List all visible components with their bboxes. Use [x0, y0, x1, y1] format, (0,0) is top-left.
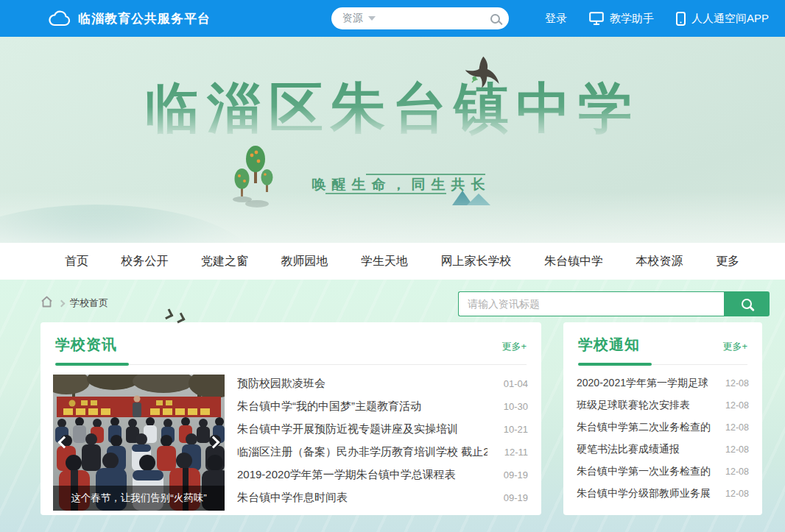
- breadcrumb: 学校首页: [41, 296, 108, 311]
- login-link[interactable]: 登录: [545, 12, 567, 26]
- notice-date: 12-08: [725, 400, 749, 411]
- home-icon[interactable]: [41, 296, 53, 311]
- notice-title[interactable]: 朱台镇中学第二次业务检查的: [577, 421, 711, 434]
- news-row[interactable]: 朱台镇中学作息时间表 09-19: [237, 486, 528, 509]
- article-search-bar: [458, 291, 770, 316]
- search-category-select[interactable]: 资源: [342, 12, 363, 25]
- notice-row[interactable]: 朱台镇中学分级部教师业务展 12-08: [577, 483, 749, 505]
- nav-item-teachers[interactable]: 教师园地: [281, 254, 328, 269]
- main-nav: 首页 校务公开 党建之窗 教师园地 学生天地 网上家长学校 朱台镇中学 本校资源…: [0, 243, 785, 280]
- news-row[interactable]: 预防校园欺凌班会 01-04: [237, 372, 528, 395]
- breadcrumb-current[interactable]: 学校首页: [70, 297, 108, 310]
- news-title[interactable]: 朱台镇中学作息时间表: [237, 491, 348, 505]
- news-date: 10-21: [504, 424, 528, 435]
- news-date: 09-19: [504, 492, 528, 503]
- header-links: 登录 教学助手 人人通空间APP: [545, 0, 769, 37]
- section-rule: [578, 364, 747, 365]
- search-icon: [742, 299, 752, 309]
- news-title[interactable]: 朱台镇中学开展预防近视专题讲座及实操培训: [237, 422, 458, 436]
- chevron-down-icon[interactable]: [368, 16, 376, 21]
- nav-item-school-affairs[interactable]: 校务公开: [122, 254, 169, 269]
- news-row[interactable]: 朱台镇中学开展预防近视专题讲座及实操培训 10-21: [237, 418, 528, 441]
- platform-logo[interactable]: 临淄教育公共服务平台: [49, 10, 211, 27]
- article-search-button[interactable]: [724, 291, 770, 316]
- top-header: 临淄教育公共服务平台 资源 登录 教学助手: [0, 0, 785, 37]
- school-news-body: 这个春节，让我们告别“火药味” 预防校园欺凌班会 01-04 朱台镇中学“我的中…: [41, 365, 541, 511]
- school-notices-more-link[interactable]: 更多+: [722, 340, 747, 353]
- breadcrumb-chevron-icon: [58, 299, 66, 307]
- news-title[interactable]: 朱台镇中学“我的中国梦”主题教育活动: [237, 400, 421, 414]
- notice-row[interactable]: 2020-2021学年第一学期足球 12-08: [577, 372, 749, 394]
- news-row[interactable]: 临淄区注册（备案）民办非学历教育培训学校 截止2019 12-11: [237, 441, 528, 464]
- renrentong-app-link[interactable]: 人人通空间APP: [676, 12, 769, 26]
- cloud-icon: [49, 10, 71, 26]
- notice-title[interactable]: 2020-2021学年第一学期足球: [577, 377, 708, 390]
- news-carousel[interactable]: 这个春节，让我们告别“火药味”: [53, 375, 225, 511]
- swallow-icon: [461, 53, 504, 99]
- notice-list: 2020-2021学年第一学期足球 12-08 班级足球联赛轮次安排表 12-0…: [563, 365, 762, 505]
- notice-row[interactable]: 班级足球联赛轮次安排表 12-08: [577, 394, 749, 416]
- nav-item-school-resources[interactable]: 本校资源: [636, 254, 683, 269]
- school-banner: 临淄区朱台镇中学 唤醒生命，同生共长: [0, 37, 785, 243]
- notice-title[interactable]: 朱台镇中学分级部教师业务展: [577, 487, 711, 500]
- school-notices-title: 学校通知: [578, 335, 640, 355]
- carousel-caption: 这个春节，让我们告别“火药味”: [53, 486, 225, 511]
- nav-item-home[interactable]: 首页: [65, 254, 88, 269]
- school-notices-header: 学校通知 更多+: [563, 322, 762, 355]
- nav-item-students[interactable]: 学生天地: [361, 254, 408, 269]
- phone-icon: [676, 12, 686, 26]
- news-date: 10-30: [504, 401, 528, 412]
- nav-item-zhutai-school[interactable]: 朱台镇中学: [544, 254, 603, 269]
- news-title[interactable]: 2019-2020学年第一学期朱台镇中学总课程表: [237, 468, 456, 482]
- notice-title[interactable]: 硬笔书法比赛成绩通报: [577, 443, 680, 456]
- nav-item-party-building[interactable]: 党建之窗: [201, 254, 248, 269]
- nav-item-more[interactable]: 更多: [716, 254, 739, 269]
- news-row[interactable]: 朱台镇中学“我的中国梦”主题教育活动 10-30: [237, 395, 528, 418]
- school-notices-card: 学校通知 更多+ 2020-2021学年第一学期足球 12-08 班级足球联赛轮…: [563, 322, 762, 515]
- platform-title: 临淄教育公共服务平台: [78, 10, 211, 27]
- section-rule: [55, 364, 527, 365]
- article-search-input[interactable]: [458, 291, 724, 316]
- news-title[interactable]: 临淄区注册（备案）民办非学历教育培训学校 截止2019: [237, 445, 487, 459]
- news-date: 12-11: [504, 447, 528, 458]
- notice-title[interactable]: 朱台镇中学第一次业务检查的: [577, 465, 711, 478]
- news-row[interactable]: 2019-2020学年第一学期朱台镇中学总课程表 09-19: [237, 464, 528, 486]
- notice-date: 12-08: [725, 467, 749, 477]
- news-list: 预防校园欺凌班会 01-04 朱台镇中学“我的中国梦”主题教育活动 10-30 …: [237, 372, 528, 511]
- renrentong-app-label: 人人通空间APP: [691, 12, 769, 26]
- banner-school-name: 临淄区朱台镇中学: [0, 79, 785, 137]
- news-date: 01-04: [504, 378, 528, 389]
- notice-date: 12-08: [725, 489, 749, 499]
- notice-date: 12-08: [725, 444, 749, 455]
- notice-row[interactable]: 朱台镇中学第一次业务检查的 12-08: [577, 461, 749, 483]
- nav-item-parents-school[interactable]: 网上家长学校: [441, 254, 512, 269]
- news-date: 09-19: [504, 469, 528, 480]
- content-area: 学校首页 学校资讯 更多+: [0, 280, 785, 532]
- news-title[interactable]: 预防校园欺凌班会: [237, 377, 325, 391]
- monitor-icon: [589, 12, 604, 25]
- school-news-header: 学校资讯 更多+: [41, 322, 541, 355]
- notice-row[interactable]: 朱台镇中学第二次业务检查的 12-08: [577, 416, 749, 439]
- mist-decor: [0, 191, 785, 243]
- school-news-card: 学校资讯 更多+: [41, 322, 541, 515]
- notice-date: 12-08: [725, 378, 749, 389]
- login-label: 登录: [545, 12, 567, 26]
- header-search-box[interactable]: 资源: [331, 7, 509, 29]
- search-icon[interactable]: [490, 14, 500, 24]
- school-news-more-link[interactable]: 更多+: [501, 340, 527, 353]
- school-news-title: 学校资讯: [55, 335, 117, 355]
- teaching-assistant-label: 教学助手: [610, 12, 654, 26]
- notice-date: 12-08: [725, 422, 749, 433]
- notice-title[interactable]: 班级足球联赛轮次安排表: [577, 399, 690, 412]
- teaching-assistant-link[interactable]: 教学助手: [589, 12, 654, 26]
- notice-row[interactable]: 硬笔书法比赛成绩通报 12-08: [577, 439, 749, 461]
